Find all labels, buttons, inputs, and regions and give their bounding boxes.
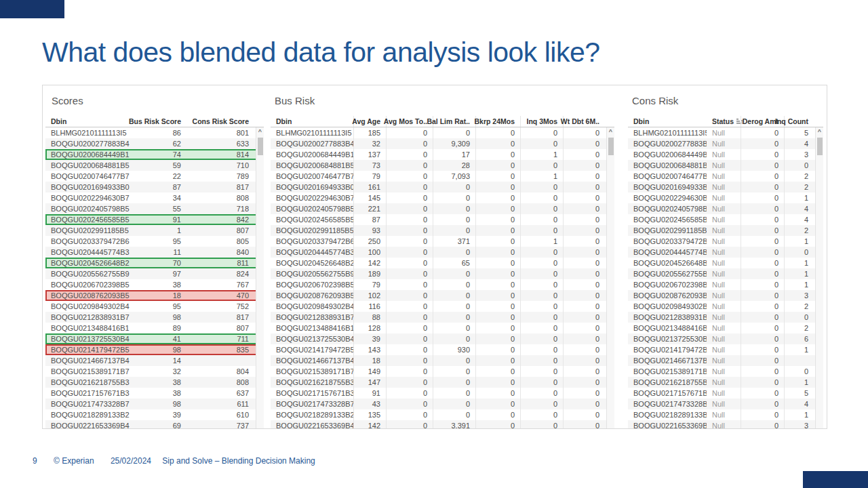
table-row[interactable]: BOQGU0200746477B7Null02 xyxy=(628,171,823,182)
table-row[interactable]: BOQGU0200684449B1137017010 xyxy=(271,149,614,160)
column-header-bus-risk-score[interactable]: Bus Risk Score xyxy=(132,116,186,127)
table-row[interactable]: BOQGU0201694933B087817 xyxy=(45,182,264,192)
table-row[interactable]: BOQGU0215389171B732804 xyxy=(45,366,264,377)
table-row[interactable]: BOQGU0213488416B1Null02 xyxy=(628,323,823,333)
table-row[interactable]: BOQGU0202294630B734808 xyxy=(45,192,264,203)
table-row[interactable]: BOQGU0221653369B414203,391000 xyxy=(271,420,614,428)
column-header-status[interactable]: Status xyxy=(707,116,741,127)
table-row[interactable]: BOQGU0216218755B314700000 xyxy=(271,377,614,388)
table-row[interactable]: BOQGU0218289133B239610 xyxy=(45,409,264,420)
table-row[interactable]: BOQGU0217157671B338637 xyxy=(45,388,264,399)
scrollbar-thumb[interactable] xyxy=(817,138,823,155)
table-row[interactable]: BOQGU0203379472B6Null01 xyxy=(628,236,823,247)
table-row[interactable]: BOQGU0214179472B51430930000 xyxy=(271,344,614,355)
table-row[interactable]: BOQGU0202991185B59300000 xyxy=(271,225,614,236)
table-row[interactable]: BOQGU0202294630B7Null01 xyxy=(628,192,823,203)
table-row[interactable]: BOQGU0201694933B016100000 xyxy=(271,182,614,192)
scroll-up-arrow-icon[interactable]: ^ xyxy=(607,127,614,136)
table-row[interactable]: BOQGU0200746477B722789 xyxy=(45,171,264,182)
table-row[interactable]: BOQGU0200277883B4Null04 xyxy=(628,138,823,149)
table-row[interactable]: BOQGU0200684449B1Null03 xyxy=(628,149,823,160)
column-header-dbin[interactable]: Dbin xyxy=(271,116,353,127)
table-row[interactable]: BLHMG02101111113I5Null05 xyxy=(628,127,823,138)
table-row[interactable]: BOQGU0202456585B5Null04 xyxy=(628,214,823,225)
table-row[interactable]: BOQGU0208762093B5Null03 xyxy=(628,290,823,301)
table-row[interactable]: BOQGU0212838931B78800000 xyxy=(271,312,614,323)
table-row[interactable]: BOQGU0213488416B112800000 xyxy=(271,323,614,333)
table-row[interactable]: BOQGU0209849302B495752 xyxy=(45,301,264,312)
scroll-up-arrow-icon[interactable]: ^ xyxy=(816,127,823,136)
table-row[interactable]: BOQGU0217473328B74300000 xyxy=(271,399,614,409)
table-row[interactable]: BOQGU0215389171B7Null00 xyxy=(628,366,823,377)
table-row[interactable]: BOQGU0214667137B4Null0 xyxy=(628,355,823,366)
scrollbar-thumb[interactable] xyxy=(258,138,263,155)
column-header-avg-age[interactable]: Avg Age xyxy=(353,116,386,127)
column-header-dbin[interactable]: Dbin xyxy=(628,116,707,127)
table-row[interactable]: BOQGU0212838931B798817 xyxy=(45,312,264,323)
table-row[interactable]: BOQGU0204445774B3Null00 xyxy=(628,247,823,258)
table-row[interactable]: BOQGU0202405798B555718 xyxy=(45,203,264,214)
table-row-highlight-red[interactable]: BOQGU0208762093B518470 xyxy=(45,290,264,301)
table-row-highlight-green[interactable]: BOQGU0213725530B441711 xyxy=(45,333,264,344)
table-row[interactable]: BOQGU0206702398B538767 xyxy=(45,279,264,290)
table-row[interactable]: BOQGU0206702398B57900000 xyxy=(271,279,614,290)
table-row[interactable]: BOQGU0214667137B41800000 xyxy=(271,355,614,366)
scroll-up-arrow-icon[interactable]: ^ xyxy=(256,127,264,136)
column-header-bkrp-24mos[interactable]: Bkrp 24Mos xyxy=(475,116,520,127)
table-row[interactable]: BOQGU0212838931B7Null00 xyxy=(628,312,823,323)
table-row-highlight-green[interactable]: BOQGU0204526648B270811 xyxy=(45,258,264,268)
table-row[interactable]: BOQGU0203379472B62500371010 xyxy=(271,236,614,247)
table-row[interactable]: BLHMG02101111113I518500000 xyxy=(271,127,614,138)
table-row[interactable]: BOQGU0204445774B310000000 xyxy=(271,247,614,258)
table-row[interactable]: BOQGU0202456585B58700000 xyxy=(271,214,614,225)
table-row[interactable]: BOQGU0200684881B573028000 xyxy=(271,160,614,171)
table-row[interactable]: BOQGU0218289133B213500000 xyxy=(271,409,614,420)
table-row-highlight-green[interactable]: BOQGU0200684449B174814 xyxy=(45,149,264,160)
vertical-scrollbar[interactable]: ^ xyxy=(606,127,614,428)
table-row[interactable]: BOQGU0200277883B43209,309000 xyxy=(271,138,614,149)
table-row[interactable]: BOQGU0217157671B39100000 xyxy=(271,388,614,399)
table-row[interactable]: BOQGU0208762093B510200000 xyxy=(271,290,614,301)
table-row[interactable]: BOQGU0204526648B2142065000 xyxy=(271,258,614,268)
vertical-scrollbar[interactable]: ^ xyxy=(815,127,823,428)
column-header-inq-count[interactable]: Inq Count xyxy=(784,116,814,127)
table-row[interactable]: BOQGU0216218755B3Null01 xyxy=(628,377,823,388)
table-row[interactable]: BOQGU0215389171B714900000 xyxy=(271,366,614,377)
table-row-highlight-red[interactable]: BOQGU0214179472B598835 xyxy=(45,344,264,355)
table-row[interactable]: BOQGU0202991185B5Null02 xyxy=(628,225,823,236)
table-row-highlight-green[interactable]: BOQGU0202456585B591842 xyxy=(45,214,264,225)
table-row[interactable]: BOQGU0203379472B695805 xyxy=(45,236,264,247)
table-row[interactable]: BOQGU0202405798B5Null04 xyxy=(628,203,823,214)
table-row[interactable]: BOQGU0214179472B5Null01 xyxy=(628,344,823,355)
table-row[interactable]: BOQGU0221653369B469737 xyxy=(45,420,264,428)
table-row[interactable]: BOQGU0205562755B997824 xyxy=(45,268,264,279)
column-header-avg-mos-to[interactable]: Avg Mos To.. xyxy=(386,116,433,127)
table-row[interactable]: BOQGU0200277883B462633 xyxy=(45,138,264,149)
table-row[interactable]: BOQGU0202294630B714500000 xyxy=(271,192,614,203)
table-row[interactable]: BLHMG02101111113I586801 xyxy=(45,127,264,138)
table-row[interactable]: BOQGU0217473328B7Null04 xyxy=(628,399,823,409)
table-row[interactable]: BOQGU0205562755B9Null01 xyxy=(628,268,823,279)
table-row[interactable]: BOQGU0204445774B311840 xyxy=(45,247,264,258)
table-row[interactable]: BOQGU0200684881B559710 xyxy=(45,160,264,171)
column-header-inq-3mos[interactable]: Inq 3Mos xyxy=(520,116,563,127)
table-row[interactable]: BOQGU0213725530B43900000 xyxy=(271,333,614,344)
column-header-bal-lim-rat[interactable]: Bal Lim Rat.. xyxy=(433,116,475,127)
table-row[interactable]: BOQGU0221653369B4Null03 xyxy=(628,420,823,428)
table-row[interactable]: BOQGU0218289133B2Null01 xyxy=(628,409,823,420)
table-row[interactable]: BOQGU0214667137B414 xyxy=(45,355,264,366)
table-row[interactable]: BOQGU0202991185B51807 xyxy=(45,225,264,236)
table-row[interactable]: BOQGU0217473328B798611 xyxy=(45,399,264,409)
table-row[interactable]: BOQGU0213725530B4Null06 xyxy=(628,333,823,344)
table-row[interactable]: BOQGU0216218755B338808 xyxy=(45,377,264,388)
vertical-scrollbar[interactable]: ^ xyxy=(256,127,264,428)
table-row[interactable]: BOQGU0204526648B2Null01 xyxy=(628,258,823,268)
table-row[interactable]: BOQGU0213488416B189807 xyxy=(45,323,264,333)
column-header-wt-dbt-6m[interactable]: Wt Dbt 6M.. xyxy=(563,116,605,127)
table-row[interactable]: BOQGU0205562755B918900000 xyxy=(271,268,614,279)
table-row[interactable]: BOQGU0209849302B4Null02 xyxy=(628,301,823,312)
table-row[interactable]: BOQGU0200684881B5Null00 xyxy=(628,160,823,171)
table-row[interactable]: BOQGU0201694933B0Null02 xyxy=(628,182,823,192)
table-row[interactable]: BOQGU0206702398B5Null01 xyxy=(628,279,823,290)
column-header-dbin[interactable]: Dbin xyxy=(45,116,132,127)
